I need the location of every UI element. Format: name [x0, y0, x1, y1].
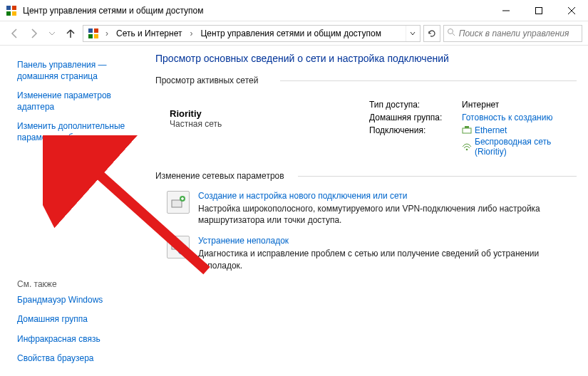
svg-point-12	[448, 29, 453, 34]
wifi-icon	[462, 142, 472, 151]
svg-rect-8	[88, 28, 93, 33]
see-also-browser[interactable]: Свойства браузера	[17, 353, 135, 365]
svg-rect-5	[536, 7, 542, 14]
address-bar: › Сеть и Интернет › Центр управления сет…	[0, 21, 588, 46]
new-connection-icon	[167, 191, 190, 214]
connection-wifi[interactable]: Беспроводная сеть (Rioritiy)	[475, 137, 572, 157]
sidebar-home-link[interactable]: Панель управления — домашняя страница	[17, 60, 135, 82]
main-panel: Просмотр основных сведений о сети и наст…	[143, 46, 588, 376]
search-input[interactable]	[459, 28, 579, 38]
minimize-button[interactable]	[490, 0, 522, 21]
task-troubleshoot: Устранение неполадок Диагностика и испра…	[167, 236, 577, 271]
svg-rect-0	[6, 6, 11, 10]
sidebar: Панель управления — домашняя страница Из…	[0, 46, 143, 376]
task-troubleshoot-desc: Диагностика и исправление проблем с сеть…	[198, 248, 569, 271]
svg-rect-2	[6, 11, 11, 16]
search-icon	[447, 28, 456, 38]
svg-rect-3	[12, 11, 16, 16]
task-new-connection: Создание и настройка нового подключения …	[167, 191, 577, 226]
location-icon	[88, 28, 99, 39]
svg-rect-9	[94, 28, 98, 33]
svg-point-16	[466, 149, 468, 151]
search-box[interactable]	[443, 25, 582, 42]
window-title: Центр управления сетями и общим доступом	[23, 6, 490, 16]
svg-rect-17	[172, 200, 182, 207]
svg-rect-14	[463, 128, 471, 133]
task-troubleshoot-link[interactable]: Устранение неполадок	[198, 236, 289, 246]
window-titlebar: Центр управления сетями и общим доступом	[0, 0, 588, 21]
svg-rect-10	[88, 34, 93, 38]
change-settings-header: Изменение сетевых параметров	[155, 171, 577, 181]
up-button[interactable]	[61, 24, 80, 43]
refresh-button[interactable]	[423, 25, 440, 42]
app-icon	[6, 5, 17, 16]
page-title: Просмотр основных сведений о сети и наст…	[155, 53, 577, 64]
ethernet-icon	[462, 126, 472, 135]
back-button[interactable]	[6, 24, 24, 43]
active-network-row: Rioritiy Частная сеть Тип доступа: Интер…	[155, 98, 577, 160]
connection-ethernet[interactable]: Ethernet	[475, 125, 507, 135]
sidebar-link-advanced-sharing[interactable]: Изменить дополнительные параметры общего…	[17, 121, 135, 143]
network-name: Rioritiy	[170, 98, 369, 119]
breadcrumb-dropdown[interactable]	[406, 26, 418, 41]
breadcrumb-item-2[interactable]: Центр управления сетями и общим доступом	[196, 26, 386, 41]
breadcrumb-bar[interactable]: › Сеть и Интернет › Центр управления сет…	[83, 25, 421, 42]
homegroup-label: Домашняя группа:	[369, 111, 462, 124]
active-networks-header: Просмотр активных сетей	[155, 75, 577, 85]
task-new-connection-link[interactable]: Создание и настройка нового подключения …	[198, 191, 408, 201]
maximize-button[interactable]	[522, 0, 555, 21]
svg-rect-11	[94, 34, 98, 38]
breadcrumb-item-1[interactable]: Сеть и Интернет	[112, 26, 186, 41]
homegroup-link[interactable]: Готовность к созданию	[462, 113, 552, 122]
svg-line-21	[184, 253, 186, 255]
forward-button[interactable]	[24, 24, 43, 43]
task-new-connection-desc: Настройка широкополосного, коммутируемог…	[198, 203, 569, 226]
network-type: Частная сеть	[170, 119, 369, 129]
sidebar-link-adapter-settings[interactable]: Изменение параметров адаптера	[17, 90, 135, 113]
close-button[interactable]	[555, 0, 588, 21]
troubleshoot-icon	[167, 236, 190, 258]
recent-dropdown[interactable]	[43, 24, 61, 43]
access-label: Тип доступа:	[369, 98, 462, 111]
svg-rect-1	[12, 6, 16, 10]
see-also-header: См. также	[17, 279, 135, 289]
chevron-right-icon[interactable]: ›	[186, 26, 196, 41]
see-also-homegroup[interactable]: Домашняя группа	[17, 314, 135, 325]
svg-rect-15	[465, 126, 469, 128]
chevron-right-icon[interactable]: ›	[102, 26, 112, 41]
svg-line-13	[453, 33, 455, 36]
see-also-firewall[interactable]: Брандмауэр Windows	[17, 295, 135, 306]
see-also-infrared[interactable]: Инфракрасная связь	[17, 334, 135, 345]
connections-label: Подключения:	[369, 124, 462, 160]
access-value: Интернет	[462, 98, 577, 111]
